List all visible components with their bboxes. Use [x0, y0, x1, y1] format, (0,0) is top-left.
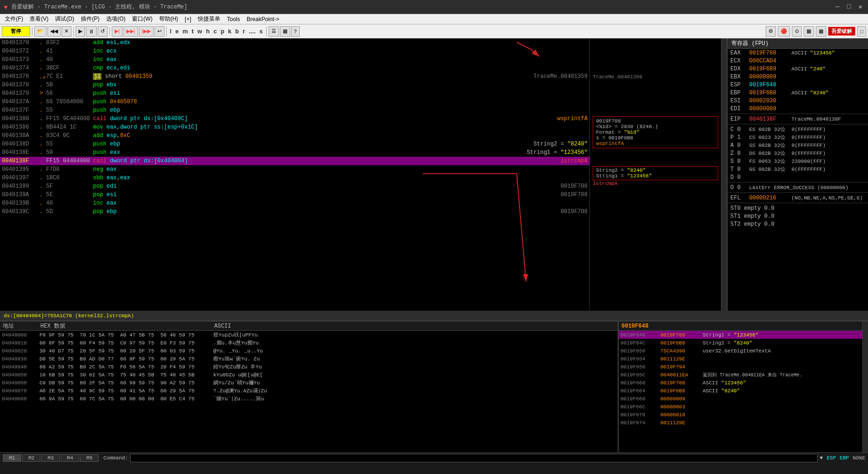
table-row-current[interactable]: 0040138F . FF15 04404000 call dword ptr … — [0, 157, 589, 165]
minimize-btn[interactable]: — — [834, 3, 841, 11]
table-row[interactable]: 0040138A . 83C4 0C add esp,0xC — [0, 131, 589, 140]
stack-row-current[interactable]: 0019F648 0019F708 String1 = "123456" — [619, 331, 862, 339]
table-row[interactable]: 00401380 . FF15 9C404000 call dword ptr … — [0, 115, 589, 123]
table-row[interactable]: 00401372 . 41 inc ecx — [0, 47, 589, 55]
menu-plus[interactable]: [+] — [182, 15, 194, 23]
table-row[interactable]: 04040040 80 A2 59 75 B0 2C 5A 75 F0 58 5… — [0, 363, 618, 371]
toolbar-r[interactable]: r — [241, 27, 247, 36]
toolbar-t[interactable]: t — [190, 27, 195, 36]
logo-btn3[interactable]: ⊙ — [792, 26, 802, 37]
logo-btn5[interactable]: ▦ — [816, 26, 826, 37]
toolbar-m[interactable]: m — [181, 27, 189, 36]
table-row[interactable]: 04040080 60 9A 59 75 60 7C 5A 75 00 00 0… — [0, 395, 618, 403]
toolbar-s[interactable]: s — [258, 27, 264, 36]
menu-help[interactable]: 帮助(H) — [156, 14, 181, 24]
table-row[interactable]: 0019F660 0019F708 ASCII "123456" — [619, 379, 862, 387]
table-row[interactable]: 0019F650 75CA4390 user32.GetDlgItemTextA — [619, 347, 862, 355]
table-row[interactable]: 0019F674 0011129E — [619, 419, 862, 427]
close-btn[interactable]: ✕ — [857, 3, 864, 11]
table-row[interactable]: 00401397 . 1BC0 sbb eax,eax — [0, 174, 589, 182]
run-button[interactable]: ▶ — [76, 26, 85, 37]
restore-btn[interactable]: □ — [845, 3, 852, 11]
table-row[interactable]: 04040060 C0 DB 59 75 80 2F 5A 75 60 99 5… — [0, 379, 618, 387]
table-row[interactable]: 00401379 > 56 push esi — [0, 89, 589, 98]
list-btn[interactable]: ☰ — [269, 26, 279, 37]
toolbar-l[interactable]: l — [169, 27, 173, 36]
table-row[interactable]: 04040030 D0 5E 59 75 B0 AD D0 77 60 8F 5… — [0, 355, 618, 363]
step-btn1[interactable]: ▶| — [112, 26, 123, 37]
logo-btn2[interactable]: 🔴 — [778, 26, 790, 37]
table-row[interactable]: 00401370 . 03F2 add esi,edx — [0, 38, 589, 47]
toolbar-dots[interactable]: .... — [248, 27, 257, 36]
disasm-scrollbar[interactable] — [721, 38, 727, 311]
command-input[interactable] — [130, 454, 818, 462]
pause-button[interactable]: 暂停 — [2, 26, 30, 37]
dropdown-arrow[interactable]: ▼ — [820, 455, 823, 461]
table-row[interactable]: 04040000 F0 9F 59 75 70 1C 5A 75 A0 47 5… — [0, 331, 618, 339]
table-row[interactable]: 04040050 10 6B 59 75 30 62 5A 75 75 40 4… — [0, 371, 618, 379]
toolbar-h[interactable]: h — [204, 27, 211, 36]
menu-view[interactable]: 查看(V) — [27, 14, 51, 24]
toolbar-b[interactable]: b — [234, 27, 240, 36]
open-button[interactable]: 📂 — [34, 26, 46, 37]
restart-button[interactable]: ↺ — [98, 26, 108, 37]
menu-breakpoint[interactable]: BreakPoint-> — [244, 15, 282, 23]
table-row[interactable]: 04040070 A0 2E 5A 75 40 9C 59 75 00 41 5… — [0, 387, 618, 395]
table-row[interactable]: 0019F670 00006010 — [619, 411, 862, 419]
table-row[interactable]: 0019F66C 00000003 — [619, 403, 862, 411]
table-row[interactable]: 00401373 . 40 inc eax — [0, 55, 589, 64]
toolbar-w[interactable]: w — [196, 27, 203, 36]
step-btn2[interactable]: ▶▶| — [124, 26, 138, 37]
toolbar-p[interactable]: p — [219, 27, 226, 36]
table-row[interactable]: 04040020 30 40 D7 75 20 5F 59 75 00 20 5… — [0, 347, 618, 355]
logo-btn4[interactable]: ▦ — [804, 26, 814, 37]
table-row[interactable]: 00401395 . F7D8 neg eax — [0, 165, 589, 174]
close-trace-button[interactable]: ✕ — [62, 26, 71, 37]
menu-plugins[interactable]: 插件(P) — [78, 14, 102, 24]
wai-logo[interactable]: 吾爱破解 — [828, 27, 855, 36]
table-row[interactable]: 0040139A . 5E pop esi 0019F708 — [0, 191, 589, 199]
stack-scrollbar[interactable] — [862, 321, 868, 452]
table-row[interactable]: 0019F64C 0019F6B8 String2 = "8240" — [619, 339, 862, 347]
tab-m3[interactable]: M3 — [41, 454, 60, 462]
table-row[interactable]: 0040138E . 50 push eax String1 = "123456… — [0, 148, 589, 157]
step-btn4[interactable]: ↩ — [155, 26, 164, 37]
table-row[interactable]: 0040139C . 5D pop ebp 0019F708 — [0, 207, 589, 216]
table-row[interactable]: 0040137A . 68 78504000 push 0x405078 — [0, 98, 589, 106]
table-row[interactable]: 0019F658 0019F794 — [619, 363, 862, 371]
table-row[interactable]: 0019F668 00000009 — [619, 395, 862, 403]
stack-header: 0019F648 — [619, 321, 862, 331]
menu-file[interactable]: 文件(F) — [2, 14, 26, 24]
tab-m2[interactable]: M2 — [22, 454, 40, 462]
menu-tools[interactable]: Tools — [224, 15, 243, 23]
tab-m4[interactable]: M4 — [61, 454, 79, 462]
toolbar-c[interactable]: c — [212, 27, 218, 36]
grid-btn[interactable]: ▦ — [280, 26, 290, 37]
logo-btn1[interactable]: ⚙ — [766, 26, 776, 37]
tab-m5[interactable]: M5 — [80, 454, 99, 462]
help-btn[interactable]: ? — [291, 26, 300, 37]
table-row[interactable]: 00401378 . 5B pop ebx — [0, 81, 589, 89]
toolbar-e[interactable]: e — [174, 27, 180, 36]
back-button[interactable]: ◀◀ — [47, 26, 61, 37]
menu-window[interactable]: 窗口(W) — [129, 14, 155, 24]
menu-debug[interactable]: 调试(D) — [52, 14, 77, 24]
table-row[interactable]: 04040010 00 8F 59 75 00 F4 59 75 C0 97 5… — [0, 339, 618, 347]
toolbar-k[interactable]: k — [227, 27, 233, 36]
table-row[interactable]: 0019F664 0019F6B8 ASCII "8240" — [619, 387, 862, 395]
menu-shortcuts[interactable]: 快捷菜单 — [195, 14, 223, 24]
tab-m1[interactable]: M1 — [3, 454, 21, 462]
logo-btn6[interactable]: □ — [857, 26, 866, 37]
table-row[interactable]: 00401374 . 3BCF cmp ecx,edi — [0, 64, 589, 72]
table-row[interactable]: 0019F654 0011129E — [619, 355, 862, 363]
table-row[interactable]: 0019F65C 0040011EA 返回到 TraceMe.004011EA … — [619, 371, 862, 379]
table-row[interactable]: 0040137F . 55 push ebp — [0, 106, 589, 115]
table-row[interactable]: 00401386 . 8B4424 1C mov eax,dword ptr s… — [0, 123, 589, 131]
table-row[interactable]: 00401399 . 5F pop edi 0019F708 — [0, 182, 589, 191]
pause-button2[interactable]: ⏸ — [86, 26, 97, 37]
step-btn3[interactable]: |▶▶ — [139, 26, 154, 37]
table-row[interactable]: 00401376 .↙ 7C E1 jl short 00401359 Trac… — [0, 72, 589, 81]
table-row[interactable]: 0040139B . 40 inc eax — [0, 199, 589, 207]
menu-options[interactable]: 选项(O) — [103, 14, 128, 24]
table-row[interactable]: 0040138D . 55 push ebp String2 = "8240" — [0, 140, 589, 148]
